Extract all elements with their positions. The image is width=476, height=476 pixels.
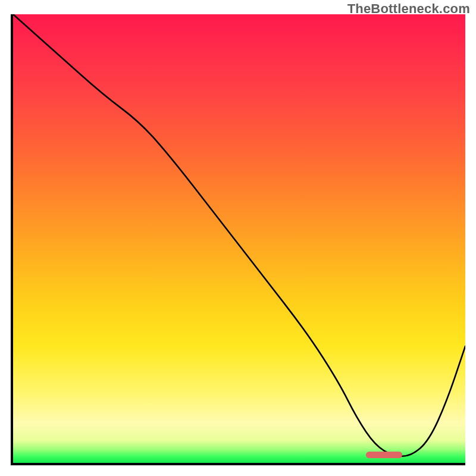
chart-container: TheBottleneck.com (0, 0, 476, 476)
plot-area (11, 14, 465, 465)
bottleneck-curve (13, 14, 465, 463)
sweet-spot-marker (366, 452, 402, 458)
watermark-text: TheBottleneck.com (347, 1, 470, 17)
